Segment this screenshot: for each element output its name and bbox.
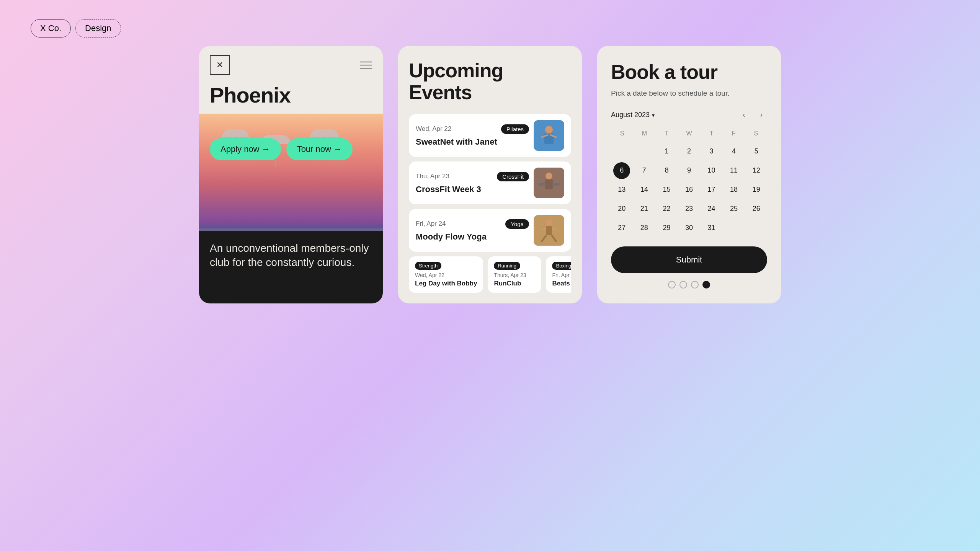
hamburger-line3 <box>360 68 372 68</box>
event-1-tag: Pilates <box>501 124 529 134</box>
day-header-w: W <box>678 128 700 139</box>
cal-day-23[interactable]: 23 <box>681 201 697 217</box>
progress-dot-2 <box>679 281 687 289</box>
cal-day-28[interactable]: 28 <box>636 220 653 236</box>
cards-container: ✕ Phoenix <box>0 46 980 303</box>
brand-button[interactable]: X Co. <box>31 19 71 37</box>
cal-day-2[interactable]: 2 <box>681 143 697 160</box>
mini-name-3: Beats <box>552 280 571 287</box>
month-selector[interactable]: August 2023 ▾ <box>611 111 655 119</box>
day-header-s2: S <box>745 128 767 139</box>
cal-day-22[interactable]: 22 <box>658 201 675 217</box>
svg-point-11 <box>546 219 552 226</box>
hero-image: Apply now → Tour now → <box>199 114 383 244</box>
event-row-2[interactable]: Thu, Apr 23 CrossFit CrossFit Week 3 <box>409 161 571 204</box>
mini-name-2: RunClub <box>494 280 535 287</box>
progress-dot-1 <box>668 281 676 289</box>
cal-day-8[interactable]: 8 <box>658 162 675 179</box>
svg-point-6 <box>546 173 552 179</box>
event-3-date: Fri, Apr 24 <box>416 220 446 228</box>
phoenix-title: Phoenix <box>199 80 383 114</box>
cal-day-12[interactable]: 12 <box>748 162 765 179</box>
cal-day-empty <box>636 143 653 160</box>
cal-day-30[interactable]: 30 <box>681 220 697 236</box>
book-title: Book a tour <box>611 61 767 83</box>
cal-day-18[interactable]: 18 <box>725 181 742 198</box>
mini-tag-1: Strength <box>415 262 441 270</box>
tour-now-button[interactable]: Tour now → <box>286 138 353 160</box>
progress-dot-3 <box>691 281 699 289</box>
cal-day-25[interactable]: 25 <box>725 201 742 217</box>
cal-day-15[interactable]: 15 <box>658 181 675 198</box>
cal-day-4[interactable]: 4 <box>725 143 742 160</box>
calendar-body: 1234567891011121314151617181920212223242… <box>611 142 767 237</box>
cal-day-10[interactable]: 10 <box>703 162 720 179</box>
month-label: August 2023 <box>611 111 650 119</box>
card1-header: ✕ <box>199 46 383 80</box>
footer-tagline: An unconventional members-only club for … <box>210 241 372 269</box>
svg-point-1 <box>545 126 553 134</box>
svg-rect-8 <box>538 183 546 186</box>
card1-footer: An unconventional members-only club for … <box>199 231 383 303</box>
prev-month-button[interactable]: ‹ <box>738 109 750 121</box>
cal-day-21[interactable]: 21 <box>636 201 653 217</box>
cal-day-14[interactable]: 14 <box>636 181 653 198</box>
events-card: Upcoming Events Wed, Apr 22 Pilates Swea… <box>398 46 582 303</box>
cal-day-empty <box>613 143 630 160</box>
event-1-date: Wed, Apr 22 <box>416 125 451 133</box>
event-3-tag: Yoga <box>505 219 529 229</box>
event-1-date-row: Wed, Apr 22 Pilates <box>416 124 529 134</box>
hamburger-menu[interactable] <box>360 62 372 68</box>
cta-buttons: Apply now → Tour now → <box>199 131 363 167</box>
apply-now-button[interactable]: Apply now → <box>210 138 281 160</box>
submit-button[interactable]: Submit <box>611 246 767 273</box>
events-title: Upcoming Events <box>409 60 571 103</box>
event-2-date: Thu, Apr 23 <box>416 173 449 180</box>
event-3-thumb <box>534 215 564 246</box>
event-2-thumb <box>534 168 564 198</box>
mini-date-1: Wed, Apr 22 <box>415 272 477 278</box>
event-3-name: Moody Flow Yoga <box>416 232 529 242</box>
cal-day-3[interactable]: 3 <box>703 143 720 160</box>
mini-event-1[interactable]: Strength Wed, Apr 22 Leg Day with Bobby <box>409 256 483 293</box>
calendar-grid: S M T W T F S 12345678910111213141516171… <box>611 128 767 237</box>
mini-events-row: Strength Wed, Apr 22 Leg Day with Bobby … <box>409 256 571 293</box>
cal-day-13[interactable]: 13 <box>613 181 630 198</box>
month-nav: August 2023 ▾ ‹ › <box>611 109 767 121</box>
phoenix-card: ✕ Phoenix <box>199 46 383 303</box>
next-month-button[interactable]: › <box>756 109 767 121</box>
event-2-name: CrossFit Week 3 <box>416 184 529 194</box>
mini-event-2[interactable]: Running Thurs, Apr 23 RunClub <box>488 256 541 293</box>
cal-day-7[interactable]: 7 <box>636 162 653 179</box>
yoga-image <box>534 215 564 246</box>
cal-day-24[interactable]: 24 <box>703 201 720 217</box>
mini-event-3[interactable]: Boxing Fri, Apr Beats <box>546 256 571 293</box>
hamburger-line2 <box>360 65 372 65</box>
month-arrows: ‹ › <box>738 109 767 121</box>
book-subtitle: Pick a date below to schedule a tour. <box>611 88 767 99</box>
cal-day-11[interactable]: 11 <box>725 162 742 179</box>
cal-day-29[interactable]: 29 <box>658 220 675 236</box>
cal-day-17[interactable]: 17 <box>703 181 720 198</box>
cal-day-6[interactable]: 6 <box>613 162 630 179</box>
progress-dots <box>611 281 767 289</box>
svg-rect-12 <box>546 226 552 235</box>
logo-icon: ✕ <box>216 60 223 70</box>
cal-day-20[interactable]: 20 <box>613 201 630 217</box>
event-row-1[interactable]: Wed, Apr 22 Pilates SweatNet with Janet <box>409 114 571 157</box>
cal-day-31[interactable]: 31 <box>703 220 720 236</box>
cal-day-16[interactable]: 16 <box>681 181 697 198</box>
cal-day-5[interactable]: 5 <box>748 143 765 160</box>
logo-box: ✕ <box>210 55 230 75</box>
event-1-info: Wed, Apr 22 Pilates SweatNet with Janet <box>416 124 529 147</box>
cal-day-19[interactable]: 19 <box>748 181 765 198</box>
cal-day-26[interactable]: 26 <box>748 201 765 217</box>
event-row-3[interactable]: Fri, Apr 24 Yoga Moody Flow Yoga <box>409 209 571 252</box>
cal-day-1[interactable]: 1 <box>658 143 675 160</box>
day-header-m: M <box>633 128 655 139</box>
cal-day-9[interactable]: 9 <box>681 162 697 179</box>
cal-day-27[interactable]: 27 <box>613 220 630 236</box>
cal-day-empty <box>748 220 765 236</box>
mini-tag-3: Boxing <box>552 262 571 270</box>
design-button[interactable]: Design <box>75 19 121 37</box>
